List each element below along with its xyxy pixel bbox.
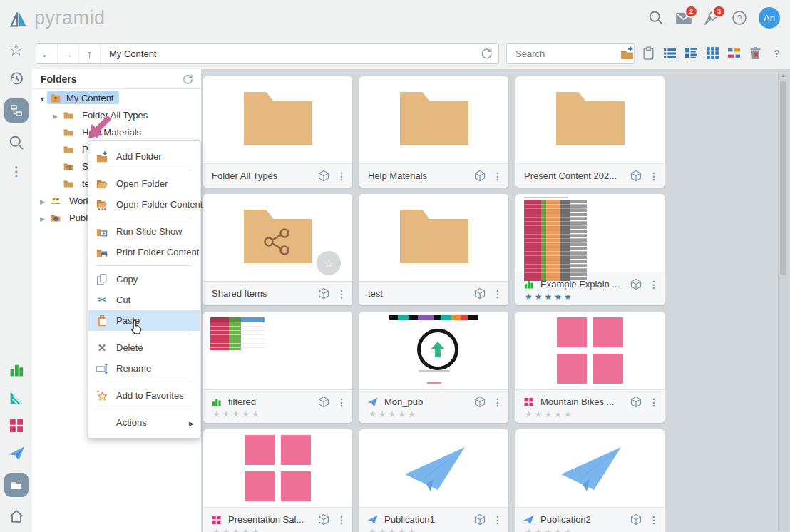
tree-item[interactable]: Help Materials	[32, 123, 201, 140]
menu-item-open-folder[interactable]: Open Folder	[88, 173, 200, 194]
cube-icon[interactable]	[473, 169, 487, 183]
expander-icon[interactable]: ▼	[38, 93, 47, 103]
kebab-menu-icon[interactable]: ⋮	[649, 170, 659, 183]
menu-item-print-folder-content[interactable]: Print Folder Content	[88, 242, 200, 262]
notifications-pin-icon[interactable]: 3	[703, 9, 720, 26]
content-card[interactable]: Publication1⋮★★★★★	[359, 429, 508, 532]
present-icon[interactable]	[8, 389, 25, 406]
rating-stars[interactable]: ★★★★★	[369, 410, 503, 419]
content-tree-icon[interactable]	[9, 103, 24, 118]
help-q-icon[interactable]: ?	[769, 46, 784, 61]
kebab-menu-icon[interactable]: ⋮	[493, 170, 503, 183]
content-card[interactable]: filtered⋮★★★★★	[203, 312, 352, 423]
rating-stars[interactable]: ★★★★★	[212, 410, 347, 419]
cube-icon[interactable]	[473, 513, 487, 527]
kebab-menu-icon[interactable]: ⋮	[493, 287, 503, 300]
menu-item-delete[interactable]: ✕Delete	[88, 337, 200, 358]
content-card[interactable]: Folder All Types⋮	[203, 76, 352, 188]
content-card[interactable]: Publication2⋮★★★★★	[515, 429, 665, 532]
content-card[interactable]: Help Materials⋮	[359, 76, 508, 188]
clipboard-icon[interactable]	[641, 46, 656, 61]
scrollbar-thumb[interactable]	[780, 81, 786, 275]
trash-icon[interactable]	[748, 46, 763, 61]
content-card[interactable]: Example Explain ...⋮★★★★★	[515, 194, 665, 305]
cube-icon[interactable]	[317, 287, 331, 301]
search-box[interactable]	[506, 43, 635, 64]
menu-item-rename[interactable]: Rename	[88, 358, 200, 379]
menu-item-add-folder[interactable]: Add Folder	[88, 146, 200, 167]
mail-icon[interactable]: 2	[675, 9, 692, 26]
menu-item-open-folder-content[interactable]: Open Folder Content	[88, 194, 200, 215]
more-options-icon[interactable]: ⋮	[8, 163, 25, 180]
content-card[interactable]: Mon_pub⋮★★★★★	[359, 312, 508, 423]
kebab-menu-icon[interactable]: ⋮	[493, 513, 503, 526]
kebab-menu-icon[interactable]: ⋮	[337, 170, 347, 183]
search-icon[interactable]	[8, 134, 25, 151]
tree-item[interactable]: ▶Folder All Types	[32, 106, 201, 123]
kebab-menu-icon[interactable]: ⋮	[337, 513, 347, 526]
up-icon[interactable]: ↑	[79, 44, 101, 63]
cube-icon[interactable]	[317, 395, 331, 409]
cube-icon[interactable]	[317, 169, 331, 183]
avatar[interactable]: An	[759, 7, 780, 29]
kebab-menu-icon[interactable]: ⋮	[337, 287, 347, 300]
cube-icon[interactable]	[473, 287, 487, 301]
history-icon[interactable]	[8, 70, 25, 87]
expander-icon[interactable]: ▶	[51, 110, 60, 121]
cube-icon[interactable]	[317, 513, 331, 527]
menu-item-copy[interactable]: Copy	[88, 269, 200, 290]
content-card[interactable]: Present Content 202...⋮	[515, 76, 665, 188]
menu-item-run-slide-show[interactable]: Run Slide Show	[88, 221, 200, 242]
menu-item-cut[interactable]: ✂Cut	[88, 290, 200, 310]
cube-icon[interactable]	[629, 395, 643, 409]
card-footer-row: Folder All Types⋮	[212, 169, 347, 183]
list-view-icon[interactable]	[662, 46, 677, 61]
search-icon[interactable]	[647, 9, 665, 26]
content-card[interactable]: ☆Shared Items⋮	[203, 194, 352, 305]
breadcrumb-bar[interactable]: ←→↑ My Content	[36, 43, 499, 64]
detail-view-icon[interactable]	[684, 46, 699, 61]
cube-icon[interactable]	[629, 169, 643, 183]
menu-item-actions[interactable]: Actions▶	[88, 412, 200, 433]
tiles-view-icon[interactable]	[727, 46, 742, 61]
kebab-menu-icon[interactable]: ⋮	[649, 396, 659, 409]
grid-view-icon[interactable]	[705, 46, 720, 61]
content-folder-icon[interactable]	[9, 478, 24, 492]
vertical-scrollbar[interactable]: ▲	[778, 71, 788, 531]
rating-stars[interactable]: ★★★★★	[212, 528, 347, 532]
rating-stars[interactable]: ★★★★★	[525, 528, 659, 532]
card-footer: test⋮	[359, 281, 508, 305]
cube-icon[interactable]	[629, 277, 643, 292]
card-footer-row: Mon_pub⋮	[366, 395, 503, 409]
kebab-menu-icon[interactable]: ⋮	[649, 513, 659, 526]
content-card[interactable]: Presentation Sal...⋮★★★★★	[203, 429, 352, 532]
kebab-menu-icon[interactable]: ⋮	[493, 396, 503, 409]
tree-item[interactable]: ▼My Content	[32, 89, 201, 106]
refresh-icon[interactable]	[181, 73, 194, 86]
back-icon[interactable]: ←	[36, 44, 58, 63]
discover-icon[interactable]	[8, 362, 25, 379]
cube-icon[interactable]	[473, 395, 487, 409]
copy-icon	[96, 273, 108, 286]
scroll-up-arrow[interactable]: ▲	[779, 71, 788, 79]
favorites-star-icon[interactable]: ☆	[8, 41, 25, 58]
kebab-menu-icon[interactable]: ⋮	[649, 278, 659, 291]
publish-icon[interactable]	[8, 445, 25, 462]
content-tree-icon-active-chip[interactable]	[4, 98, 29, 123]
home-icon[interactable]	[8, 508, 25, 525]
cube-icon[interactable]	[629, 513, 643, 527]
content-card[interactable]: Mountain Bikes ...⋮★★★★★	[515, 312, 665, 423]
rating-stars[interactable]: ★★★★★	[525, 292, 659, 301]
expander-icon[interactable]: ▶	[38, 213, 47, 223]
content-card[interactable]: test⋮	[359, 194, 508, 305]
rating-stars[interactable]: ★★★★★	[369, 528, 503, 532]
new-folder-icon[interactable]	[620, 46, 635, 61]
menu-item-add-to-favorites[interactable]: Add to Favorites	[88, 385, 200, 406]
kebab-menu-icon[interactable]: ⋮	[337, 396, 347, 409]
content-folder-icon-active-chip[interactable]	[4, 473, 29, 497]
slides-icon[interactable]	[8, 417, 25, 434]
refresh-icon[interactable]	[477, 46, 496, 61]
rating-stars[interactable]: ★★★★★	[525, 410, 659, 419]
expander-icon[interactable]: ▶	[38, 195, 47, 206]
help-icon[interactable]: ?	[731, 9, 748, 26]
